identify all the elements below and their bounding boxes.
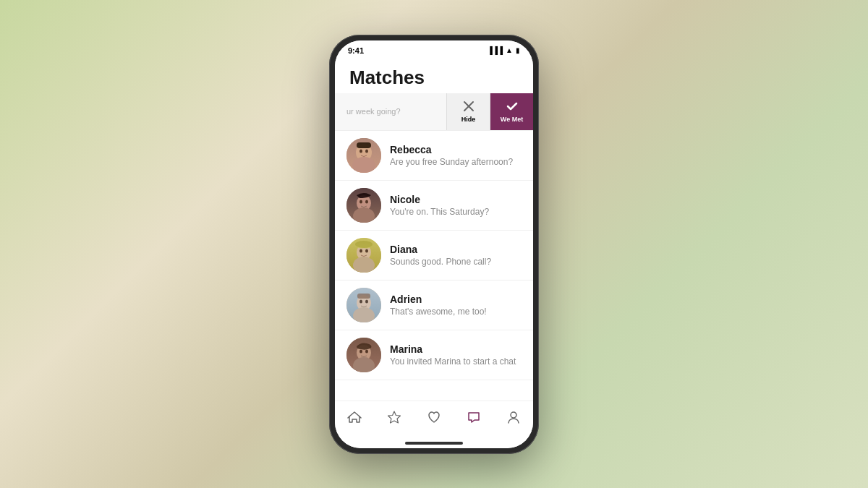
match-info: Marina You invited Marina to start a cha… (390, 343, 522, 367)
battery-icon: ▮ (516, 46, 520, 54)
match-msg: That's awesome, me too! (390, 307, 522, 317)
hide-icon (463, 100, 475, 114)
svg-marker-32 (388, 411, 401, 423)
avatar (346, 338, 381, 372)
filter-bar: ur week going? Hide We Met (335, 93, 533, 131)
svg-point-33 (511, 412, 516, 418)
page-title: Matches (349, 67, 519, 89)
match-info: Nicole You're on. This Saturday? (390, 194, 522, 217)
svg-point-18 (355, 241, 373, 248)
list-item[interactable]: Nicole You're on. This Saturday? (335, 181, 533, 231)
nav-item-discover[interactable] (375, 401, 414, 437)
header: Matches (335, 61, 533, 93)
nav-item-profile[interactable] (493, 401, 533, 437)
match-info: Rebecca Are you free Sunday afternoon? (390, 144, 522, 167)
svg-point-23 (365, 299, 368, 303)
match-msg: Sounds good. Phone call? (390, 257, 522, 267)
nav-item-home[interactable] (335, 401, 375, 437)
phone-frame: 9:41 ▐▐▐ ▲ ▮ Matches ur week going? (329, 35, 539, 454)
match-name: Diana (390, 244, 522, 255)
status-icons: ▐▐▐ ▲ ▮ (488, 46, 520, 54)
filter-left-text: ur week going? (335, 93, 446, 130)
avatar (346, 138, 381, 173)
profile-icon (506, 410, 521, 428)
match-msg: You invited Marina to start a chat (390, 356, 522, 367)
we-met-button[interactable]: We Met (490, 93, 533, 130)
home-bar (405, 442, 463, 445)
hide-button[interactable]: Hide (446, 93, 490, 130)
nav-item-matches[interactable] (454, 401, 493, 437)
we-met-label: We Met (501, 116, 523, 123)
match-msg: You're on. This Saturday? (390, 207, 522, 217)
heart-icon (427, 410, 441, 428)
svg-rect-7 (357, 142, 371, 148)
avatar (346, 288, 381, 322)
phone-screen: 9:41 ▐▐▐ ▲ ▮ Matches ur week going? (335, 40, 533, 448)
match-info: Diana Sounds good. Phone call? (390, 244, 522, 267)
bottom-nav (335, 401, 533, 438)
status-bar: 9:41 ▐▐▐ ▲ ▮ (335, 40, 533, 61)
list-item[interactable]: Adrien That's awesome, me too! (335, 281, 533, 330)
signal-icon: ▐▐▐ (488, 46, 503, 54)
match-name: Nicole (390, 194, 522, 205)
we-met-icon (506, 100, 518, 114)
avatar (346, 238, 381, 273)
match-name: Rebecca (390, 144, 522, 155)
svg-point-5 (359, 149, 362, 153)
svg-point-12 (365, 200, 368, 203)
match-list: Rebecca Are you free Sunday afternoon? (335, 131, 533, 401)
svg-point-28 (359, 349, 362, 353)
list-item[interactable]: Rebecca Are you free Sunday afternoon? (335, 131, 533, 181)
match-name: Marina (390, 343, 522, 355)
list-item[interactable]: Marina You invited Marina to start a cha… (335, 330, 533, 380)
svg-point-11 (359, 200, 362, 203)
svg-point-29 (365, 349, 368, 353)
home-indicator (335, 438, 533, 448)
svg-point-16 (359, 249, 362, 252)
match-name: Adrien (390, 294, 522, 305)
match-info: Adrien That's awesome, me too! (390, 294, 522, 317)
svg-rect-24 (357, 294, 370, 299)
wifi-icon: ▲ (506, 46, 513, 54)
avatar (346, 188, 381, 223)
hide-label: Hide (461, 116, 476, 123)
svg-point-6 (365, 149, 368, 153)
star-icon (387, 410, 401, 428)
list-item[interactable]: Diana Sounds good. Phone call? (335, 231, 533, 281)
home-icon (347, 410, 362, 428)
status-time: 9:41 (348, 46, 364, 55)
nav-item-likes[interactable] (414, 401, 454, 437)
match-msg: Are you free Sunday afternoon? (390, 157, 522, 167)
svg-point-22 (359, 299, 362, 303)
chat-icon (467, 410, 481, 428)
svg-point-17 (365, 249, 368, 252)
